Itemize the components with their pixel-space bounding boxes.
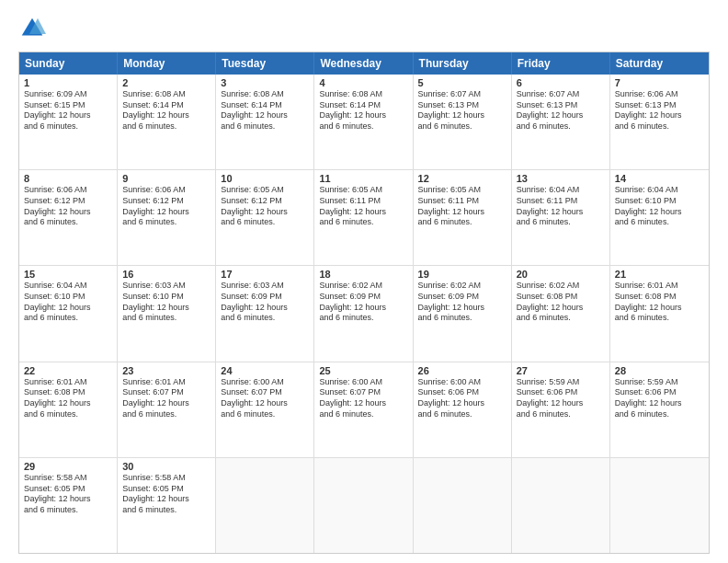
calendar-cell-day-29: 29Sunrise: 5:58 AMSunset: 6:05 PMDayligh… bbox=[19, 458, 118, 553]
calendar-cell-day-2: 2Sunrise: 6:08 AMSunset: 6:14 PMDaylight… bbox=[118, 75, 216, 169]
calendar-cell-day-22: 22Sunrise: 6:01 AMSunset: 6:08 PMDayligh… bbox=[19, 362, 118, 457]
day-number: 14 bbox=[615, 173, 704, 184]
day-number: 21 bbox=[615, 269, 704, 280]
day-number: 9 bbox=[122, 173, 210, 184]
calendar-cell-day-27: 27Sunrise: 5:59 AMSunset: 6:06 PMDayligh… bbox=[512, 362, 610, 457]
calendar-header: SundayMondayTuesdayWednesdayThursdayFrid… bbox=[19, 52, 709, 75]
header-day-sunday: Sunday bbox=[19, 52, 118, 75]
day-number: 11 bbox=[319, 173, 407, 184]
day-number: 27 bbox=[517, 365, 605, 376]
day-number: 4 bbox=[319, 77, 407, 88]
day-number: 7 bbox=[615, 77, 704, 88]
day-number: 19 bbox=[418, 269, 506, 280]
day-number: 29 bbox=[24, 461, 112, 472]
calendar-cell-day-18: 18Sunrise: 6:02 AMSunset: 6:09 PMDayligh… bbox=[314, 266, 413, 361]
calendar-cell-day-13: 13Sunrise: 6:04 AMSunset: 6:11 PMDayligh… bbox=[512, 170, 610, 265]
calendar-row-4: 22Sunrise: 6:01 AMSunset: 6:08 PMDayligh… bbox=[19, 362, 709, 458]
calendar-cell-empty bbox=[216, 458, 314, 553]
day-number: 17 bbox=[221, 269, 309, 280]
calendar-cell-day-1: 1Sunrise: 6:09 AMSunset: 6:15 PMDaylight… bbox=[19, 75, 118, 169]
calendar-cell-day-15: 15Sunrise: 6:04 AMSunset: 6:10 PMDayligh… bbox=[19, 266, 118, 361]
cell-info: Sunrise: 6:08 AMSunset: 6:14 PMDaylight:… bbox=[319, 89, 407, 132]
cell-info: Sunrise: 6:06 AMSunset: 6:12 PMDaylight:… bbox=[24, 185, 112, 228]
cell-info: Sunrise: 5:59 AMSunset: 6:06 PMDaylight:… bbox=[615, 377, 704, 420]
day-number: 3 bbox=[221, 77, 309, 88]
calendar-cell-day-9: 9Sunrise: 6:06 AMSunset: 6:12 PMDaylight… bbox=[118, 170, 216, 265]
day-number: 1 bbox=[24, 77, 112, 88]
cell-info: Sunrise: 6:03 AMSunset: 6:10 PMDaylight:… bbox=[122, 281, 210, 324]
calendar-cell-day-23: 23Sunrise: 6:01 AMSunset: 6:07 PMDayligh… bbox=[118, 362, 216, 457]
cell-info: Sunrise: 6:03 AMSunset: 6:09 PMDaylight:… bbox=[221, 281, 309, 324]
calendar-cell-day-30: 30Sunrise: 5:58 AMSunset: 6:05 PMDayligh… bbox=[118, 458, 216, 553]
cell-info: Sunrise: 6:00 AMSunset: 6:06 PMDaylight:… bbox=[418, 377, 506, 420]
calendar-cell-day-25: 25Sunrise: 6:00 AMSunset: 6:07 PMDayligh… bbox=[314, 362, 413, 457]
day-number: 30 bbox=[122, 461, 210, 472]
calendar-cell-day-8: 8Sunrise: 6:06 AMSunset: 6:12 PMDaylight… bbox=[19, 170, 118, 265]
day-number: 26 bbox=[418, 365, 506, 376]
day-number: 20 bbox=[517, 269, 605, 280]
header-day-saturday: Saturday bbox=[610, 52, 709, 75]
cell-info: Sunrise: 6:01 AMSunset: 6:07 PMDaylight:… bbox=[122, 377, 210, 420]
day-number: 6 bbox=[517, 77, 605, 88]
cell-info: Sunrise: 6:09 AMSunset: 6:15 PMDaylight:… bbox=[24, 89, 112, 132]
header-day-monday: Monday bbox=[118, 52, 216, 75]
cell-info: Sunrise: 6:04 AMSunset: 6:10 PMDaylight:… bbox=[615, 185, 704, 228]
header-day-thursday: Thursday bbox=[414, 52, 512, 75]
calendar-cell-day-10: 10Sunrise: 6:05 AMSunset: 6:12 PMDayligh… bbox=[216, 170, 314, 265]
calendar-cell-day-12: 12Sunrise: 6:05 AMSunset: 6:11 PMDayligh… bbox=[414, 170, 512, 265]
calendar-cell-day-21: 21Sunrise: 6:01 AMSunset: 6:08 PMDayligh… bbox=[610, 266, 709, 361]
calendar-row-5: 29Sunrise: 5:58 AMSunset: 6:05 PMDayligh… bbox=[19, 458, 709, 553]
cell-info: Sunrise: 6:04 AMSunset: 6:11 PMDaylight:… bbox=[517, 185, 605, 228]
calendar-grid: SundayMondayTuesdayWednesdayThursdayFrid… bbox=[18, 52, 710, 554]
calendar-cell-day-24: 24Sunrise: 6:00 AMSunset: 6:07 PMDayligh… bbox=[216, 362, 314, 457]
cell-info: Sunrise: 6:02 AMSunset: 6:08 PMDaylight:… bbox=[517, 281, 605, 324]
day-number: 2 bbox=[122, 77, 210, 88]
calendar-cell-day-17: 17Sunrise: 6:03 AMSunset: 6:09 PMDayligh… bbox=[216, 266, 314, 361]
cell-info: Sunrise: 6:05 AMSunset: 6:11 PMDaylight:… bbox=[418, 185, 506, 228]
day-number: 10 bbox=[221, 173, 309, 184]
calendar-cell-day-20: 20Sunrise: 6:02 AMSunset: 6:08 PMDayligh… bbox=[512, 266, 610, 361]
page-header bbox=[18, 15, 710, 42]
calendar-row-2: 8Sunrise: 6:06 AMSunset: 6:12 PMDaylight… bbox=[19, 170, 709, 266]
cell-info: Sunrise: 6:07 AMSunset: 6:13 PMDaylight:… bbox=[418, 89, 506, 132]
calendar-body: 1Sunrise: 6:09 AMSunset: 6:15 PMDaylight… bbox=[19, 75, 709, 553]
cell-info: Sunrise: 6:06 AMSunset: 6:13 PMDaylight:… bbox=[615, 89, 704, 132]
calendar-cell-day-26: 26Sunrise: 6:00 AMSunset: 6:06 PMDayligh… bbox=[414, 362, 512, 457]
cell-info: Sunrise: 6:04 AMSunset: 6:10 PMDaylight:… bbox=[24, 281, 112, 324]
calendar-cell-empty bbox=[610, 458, 709, 553]
calendar-cell-day-6: 6Sunrise: 6:07 AMSunset: 6:13 PMDaylight… bbox=[512, 75, 610, 169]
calendar-cell-empty bbox=[512, 458, 610, 553]
calendar-cell-day-14: 14Sunrise: 6:04 AMSunset: 6:10 PMDayligh… bbox=[610, 170, 709, 265]
calendar-cell-day-5: 5Sunrise: 6:07 AMSunset: 6:13 PMDaylight… bbox=[414, 75, 512, 169]
calendar-cell-empty bbox=[314, 458, 413, 553]
calendar-page: SundayMondayTuesdayWednesdayThursdayFrid… bbox=[0, 0, 728, 563]
cell-info: Sunrise: 5:58 AMSunset: 6:05 PMDaylight:… bbox=[122, 473, 210, 516]
day-number: 22 bbox=[24, 365, 112, 376]
day-number: 23 bbox=[122, 365, 210, 376]
cell-info: Sunrise: 6:00 AMSunset: 6:07 PMDaylight:… bbox=[221, 377, 309, 420]
day-number: 5 bbox=[418, 77, 506, 88]
cell-info: Sunrise: 6:07 AMSunset: 6:13 PMDaylight:… bbox=[517, 89, 605, 132]
day-number: 8 bbox=[24, 173, 112, 184]
cell-info: Sunrise: 6:05 AMSunset: 6:12 PMDaylight:… bbox=[221, 185, 309, 228]
day-number: 12 bbox=[418, 173, 506, 184]
cell-info: Sunrise: 6:05 AMSunset: 6:11 PMDaylight:… bbox=[319, 185, 407, 228]
calendar-cell-day-3: 3Sunrise: 6:08 AMSunset: 6:14 PMDaylight… bbox=[216, 75, 314, 169]
cell-info: Sunrise: 5:59 AMSunset: 6:06 PMDaylight:… bbox=[517, 377, 605, 420]
logo-icon bbox=[18, 15, 46, 42]
calendar-cell-day-11: 11Sunrise: 6:05 AMSunset: 6:11 PMDayligh… bbox=[314, 170, 413, 265]
day-number: 25 bbox=[319, 365, 407, 376]
calendar-row-1: 1Sunrise: 6:09 AMSunset: 6:15 PMDaylight… bbox=[19, 75, 709, 170]
day-number: 18 bbox=[319, 269, 407, 280]
calendar-cell-day-19: 19Sunrise: 6:02 AMSunset: 6:09 PMDayligh… bbox=[414, 266, 512, 361]
cell-info: Sunrise: 6:02 AMSunset: 6:09 PMDaylight:… bbox=[319, 281, 407, 324]
header-day-tuesday: Tuesday bbox=[216, 52, 314, 75]
cell-info: Sunrise: 6:01 AMSunset: 6:08 PMDaylight:… bbox=[24, 377, 112, 420]
cell-info: Sunrise: 5:58 AMSunset: 6:05 PMDaylight:… bbox=[24, 473, 112, 516]
calendar-cell-day-4: 4Sunrise: 6:08 AMSunset: 6:14 PMDaylight… bbox=[314, 75, 413, 169]
logo bbox=[18, 15, 50, 42]
day-number: 13 bbox=[517, 173, 605, 184]
cell-info: Sunrise: 6:08 AMSunset: 6:14 PMDaylight:… bbox=[221, 89, 309, 132]
calendar-cell-day-28: 28Sunrise: 5:59 AMSunset: 6:06 PMDayligh… bbox=[610, 362, 709, 457]
day-number: 16 bbox=[122, 269, 210, 280]
